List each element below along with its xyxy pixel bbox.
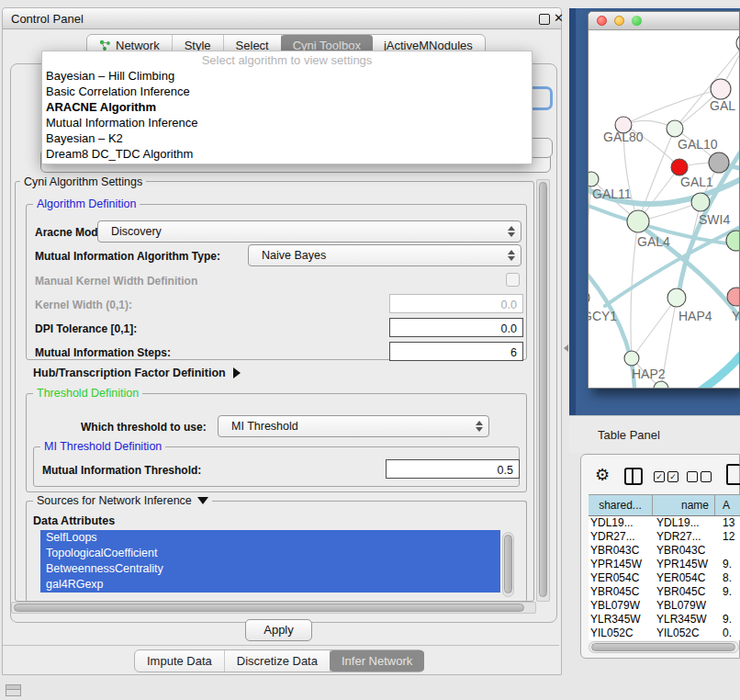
table-cell[interactable]: 9. <box>715 613 740 627</box>
table-cell[interactable]: 9. <box>715 558 740 571</box>
sources-expander[interactable]: Sources for Network Inference <box>33 494 212 507</box>
mi-threshold-input[interactable] <box>386 459 520 479</box>
table-cell[interactable]: YDL19... <box>589 516 653 530</box>
table-cell[interactable]: YBR043C <box>589 544 653 558</box>
table-cell[interactable]: 8. <box>715 571 740 585</box>
dpi-tolerance-input[interactable] <box>389 318 523 337</box>
table-row[interactable]: YER054CYER054C8. <box>589 571 740 585</box>
table-cell[interactable]: YDL19... <box>653 516 715 530</box>
network-node[interactable] <box>709 152 729 173</box>
table-row[interactable]: YIL052CYIL052C0. <box>589 627 740 640</box>
table-cell[interactable]: YER054C <box>653 571 715 585</box>
table-cell[interactable]: YBR045C <box>589 585 653 599</box>
control-panel-titlebar[interactable]: Control Panel ✕ <box>3 8 561 29</box>
table-row[interactable]: YDR27...YDR27...12 <box>589 530 740 544</box>
network-window-titlebar[interactable] <box>589 12 739 30</box>
table-cell[interactable]: 12 <box>715 530 740 544</box>
network-node[interactable] <box>627 210 649 232</box>
tab-impute-data[interactable]: Impute Data <box>135 650 225 672</box>
network-node[interactable] <box>589 290 589 305</box>
minimize-traffic-light-icon[interactable] <box>614 16 624 26</box>
attribute-list-item-selected[interactable]: gal4RGexp <box>40 577 500 593</box>
network-node[interactable] <box>624 351 639 366</box>
splitter-arrow-icon[interactable] <box>564 344 568 352</box>
table-cell[interactable]: YDR27... <box>589 530 653 544</box>
settings-scrollbar-thumb[interactable] <box>539 182 547 597</box>
table-hscrollbar-thumb[interactable] <box>591 643 735 651</box>
attribute-list-item-selected[interactable]: SelfLoops <box>40 530 500 546</box>
network-node[interactable] <box>736 34 739 52</box>
network-node[interactable] <box>667 120 683 137</box>
table-row[interactable]: YBR043CYBR043C <box>589 544 740 558</box>
table-row[interactable]: YBR045CYBR045C9. <box>589 585 740 599</box>
algorithm-option[interactable]: Basic Correlation Inference <box>42 84 532 99</box>
attributes-scrollbar-thumb[interactable] <box>504 535 512 593</box>
new-table-icon[interactable] <box>726 464 740 485</box>
algorithm-option[interactable]: Mutual Information Inference <box>42 115 532 130</box>
network-node[interactable] <box>711 79 731 99</box>
table-cell[interactable]: YIL052C <box>589 627 653 640</box>
settings-hscrollbar-thumb[interactable] <box>14 604 524 612</box>
table-cell[interactable]: 13 <box>715 516 740 530</box>
tab-infer-network[interactable]: Infer Network <box>330 650 424 672</box>
table-cell[interactable] <box>715 544 740 558</box>
table-cell[interactable]: YER054C <box>589 571 653 585</box>
tab-discretize-data[interactable]: Discretize Data <box>225 650 331 672</box>
attribute-list-item-selected[interactable]: TopologicalCoefficient <box>40 546 500 561</box>
settings-hscrollbar-track[interactable] <box>11 602 536 614</box>
aracne-mode-select[interactable]: Discovery <box>97 220 521 243</box>
table-row[interactable]: YLR345WYLR345W9. <box>589 613 740 627</box>
attributes-scrollbar-track[interactable] <box>502 532 514 597</box>
which-threshold-select[interactable]: MI Threshold <box>218 415 489 437</box>
mi-steps-input[interactable] <box>389 342 523 361</box>
table-cell[interactable]: YBR045C <box>653 585 715 599</box>
table-cell[interactable]: YPR145W <box>653 558 715 571</box>
attribute-list-item-selected[interactable]: BetweennessCentrality <box>40 561 500 577</box>
table-cell[interactable]: YBL079W <box>589 599 653 613</box>
unchecked-checkbox-icon[interactable] <box>701 471 712 482</box>
kernel-width-input[interactable] <box>389 294 523 313</box>
column-header-name[interactable]: name <box>653 495 715 515</box>
table-cell[interactable]: YIL052C <box>653 627 715 640</box>
table-hscrollbar-track[interactable] <box>589 641 739 653</box>
algorithm-option[interactable]: Bayesian – Hill Climbing <box>42 68 532 84</box>
network-canvas[interactable]: GALGAL80GAL10GAL1GAL11SWI4GAL4GCY1HAP4YH… <box>589 30 739 388</box>
close-icon[interactable]: ✕ <box>554 12 564 24</box>
network-node[interactable] <box>691 193 710 211</box>
checked-checkbox-icon[interactable]: ✓ <box>654 471 665 482</box>
table-row[interactable]: YBL079WYBL079W <box>589 599 740 613</box>
table-cell[interactable]: YLR345W <box>589 613 653 627</box>
column-layout-icon[interactable] <box>624 468 643 485</box>
mi-type-select[interactable]: Naive Bayes <box>248 244 521 266</box>
network-node[interactable] <box>671 159 688 175</box>
network-node[interactable] <box>654 381 668 388</box>
checked-checkbox-icon[interactable]: ✓ <box>667 471 678 482</box>
manual-kernel-checkbox[interactable] <box>506 273 520 287</box>
table-cell[interactable]: YDR27... <box>653 530 715 544</box>
algorithm-option[interactable]: ARACNE Algorithm <box>42 99 532 115</box>
float-window-icon[interactable] <box>539 14 550 25</box>
table-row[interactable]: YDL19...YDL19...13 <box>589 516 740 530</box>
algorithm-option[interactable]: Bayesian – K2 <box>42 130 532 146</box>
zoom-traffic-light-icon[interactable] <box>632 16 642 26</box>
table-cell[interactable]: YPR145W <box>589 558 653 571</box>
column-header-partial[interactable]: A <box>715 495 740 515</box>
network-node[interactable] <box>667 288 686 307</box>
table-cell[interactable]: YBR043C <box>653 544 715 558</box>
table-row[interactable]: YPR145WYPR145W9. <box>589 558 740 571</box>
apply-button[interactable]: Apply <box>245 619 312 641</box>
algorithm-option[interactable]: Dream8 DC_TDC Algorithm <box>42 146 532 162</box>
close-traffic-light-icon[interactable] <box>597 16 607 26</box>
unchecked-checkbox-icon[interactable] <box>687 471 698 482</box>
dock-panel-icon[interactable] <box>6 684 21 696</box>
table-cell[interactable]: 9. <box>715 585 740 599</box>
table-cell[interactable]: YLR345W <box>653 613 715 627</box>
settings-gear-icon[interactable]: ⚙ <box>595 465 610 485</box>
table-cell[interactable]: 0. <box>715 627 740 640</box>
column-header-shared-name[interactable]: shared... <box>589 495 653 515</box>
network-node[interactable] <box>589 172 599 186</box>
hub-definition-expander[interactable]: Hub/Transcription Factor Definition <box>33 367 241 379</box>
table-cell[interactable]: YBL079W <box>653 599 715 613</box>
table-cell[interactable] <box>715 599 740 613</box>
settings-scrollbar-track[interactable] <box>536 179 550 602</box>
